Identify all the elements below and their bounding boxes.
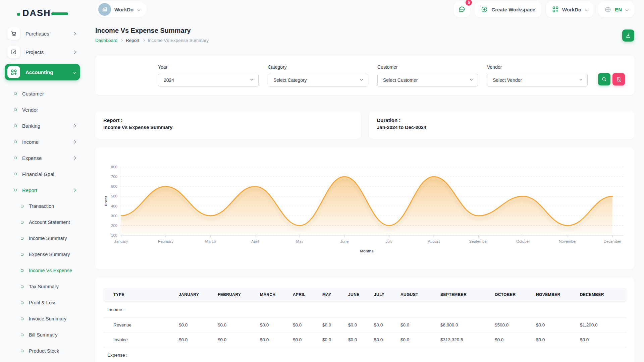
filter-actions [598,73,625,86]
value-cell: $0.0 [532,333,576,347]
chevron-right-icon [73,140,76,143]
breadcrumb: DashboardReportIncome Vs Expense Summary [95,38,209,43]
download-button[interactable] [622,29,634,42]
svg-text:100: 100 [111,233,117,237]
svg-text:May: May [296,239,304,243]
workspace-switcher[interactable]: WorkDo [96,1,147,17]
value-cell [576,347,627,362]
sidebar-item-purchases[interactable]: Purchases [5,27,80,40]
report-card-value: Income Vs Expense Summary [103,125,353,130]
sidebar-item-label: Expense Summary [29,252,70,257]
create-workspace-button[interactable]: Create Workspace [475,1,541,17]
logo-dash-bar-icon [51,12,68,15]
svg-text:800: 800 [111,165,117,169]
chevron-down-icon [73,70,76,74]
sidebar-item-label: Projects [25,49,44,55]
value-cell [214,302,256,318]
sidebar-item-expense[interactable]: Expense [0,150,86,166]
grid-plus-icon [552,6,559,13]
value-cell [256,347,289,362]
reset-filter-icon [616,77,622,82]
messages-button[interactable]: 0 [454,1,470,17]
value-cell: $0.0 [576,333,627,347]
value-cell: $0.0 [344,318,370,333]
chevron-down-icon [580,78,582,80]
value-cell: $313,320.5 [436,333,491,347]
chevron-down-icon [470,78,473,80]
year-select[interactable]: 2024 [158,74,259,86]
breadcrumb-item[interactable]: Dashboard [95,38,117,43]
sidebar-item-banking[interactable]: Banking [0,118,86,134]
sidebar-item-projects[interactable]: Projects [5,45,80,59]
value-cell: $0.0 [256,318,289,333]
sidebar-item-label: Report [22,187,37,193]
download-icon [625,33,631,39]
duration-card-value: Jan-2024 to Dec-2024 [377,125,627,130]
breadcrumb-item[interactable]: Report [126,38,140,43]
svg-text:300: 300 [111,214,117,218]
sidebar-item-financial-goal[interactable]: Financial Goal [0,166,86,182]
sidebar-item-account-statement[interactable]: Account Statement [0,214,86,230]
chevron-right-icon [73,188,76,192]
sidebar-item-accounting[interactable]: Accounting [5,64,80,80]
sidebar-item-label: Profit & Loss [29,300,56,305]
sidebar-item-income-summary[interactable]: Income Summary [0,230,86,246]
customer-select[interactable]: Select Customer [377,74,478,86]
app-root: DASH Purchases Projects [0,0,644,362]
svg-text:July: July [386,239,393,243]
svg-text:February: February [158,239,173,243]
value-cell [396,302,436,318]
profit-area-chart[interactable]: 100200300400500600700800JanuaryFebruaryM… [95,147,634,269]
sidebar-item-expense-summary[interactable]: Expense Summary [0,246,86,262]
value-cell: $1,200.0 [576,318,627,333]
bullet-icon [21,334,23,336]
sidebar-item-report[interactable]: Report [0,182,86,198]
sidebar-item-product-stock[interactable]: Product Stock [0,343,86,359]
bullet-icon [21,317,23,320]
value-cell [436,347,491,362]
sidebar-item-profit-loss[interactable]: Profit & Loss [0,295,86,311]
row-type-cell: Invoice [103,333,175,347]
bullet-icon [21,205,23,207]
sidebar-item-tax-summary[interactable]: Tax Summary [0,279,86,295]
plus-circle-icon [481,6,488,13]
table-col-header: NOVEMBER [532,288,576,302]
globe-icon [604,6,611,13]
sidebar-item-customer[interactable]: Customer [0,85,86,102]
sidebar-item-label: Expense [22,155,42,161]
table-row: Invoice$0.0$0.0$0.0$0.0$0.0$0.0$0.0$0.0$… [103,333,627,347]
logo-dot-icon [17,13,20,16]
logo-text: DASH [22,8,51,18]
reset-filter-button[interactable] [612,73,625,85]
svg-text:December: December [603,239,621,243]
language-selector[interactable]: EN [598,1,634,17]
table-col-header: APRIL [289,288,318,302]
filter-bar: Year 2024 Category Select Category Custo… [95,56,634,95]
sidebar-item-cash-flow[interactable]: Cash Flow [0,359,86,362]
sidebar-item-income-vs-expense[interactable]: Income Vs Expense [0,262,86,279]
brand-logo[interactable]: DASH [22,8,73,19]
sidebar-item-vendor[interactable]: Vendor [0,102,86,118]
accounting-submenu: CustomerVendorBankingIncomeExpenseFinanc… [0,85,86,362]
workdo-menu-button[interactable]: WorkDo [546,1,594,17]
chevron-down-icon [137,8,141,11]
bullet-icon [14,108,17,111]
vendor-select[interactable]: Select Vendor [487,74,588,86]
workspace-name: WorkDo [114,7,133,12]
sidebar-item-invoice-summary[interactable]: Invoice Summary [0,311,86,327]
workdo-menu-label: WorkDo [562,7,581,12]
sidebar-item-transaction[interactable]: Transaction [0,198,86,214]
page-title: Income Vs Expense Summary [95,27,209,35]
table-col-header: MARCH [256,288,289,302]
apply-filter-button[interactable] [598,73,610,85]
table-col-header: OCTOBER [491,288,532,302]
svg-text:400: 400 [111,204,117,208]
value-cell [396,347,436,362]
income-expense-table: TYPEJANUARYFEBRUARYMARCHAPRILMAYJUNEJULY… [103,288,627,362]
category-select[interactable]: Select Category [268,74,368,86]
sidebar-item-income[interactable]: Income [0,134,86,150]
sidebar-item-bill-summary[interactable]: Bill Summary [0,327,86,343]
filter-customer: Customer Select Customer [377,64,478,95]
table-row: Expense : [103,347,627,362]
value-cell [175,302,214,318]
